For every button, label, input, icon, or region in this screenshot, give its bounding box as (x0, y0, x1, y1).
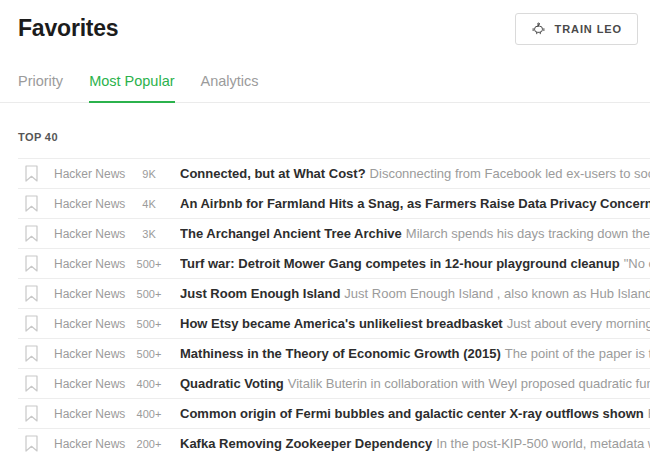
article-title-line[interactable]: How Etsy became America's unlikeliest br… (180, 309, 650, 339)
article-title-line[interactable]: Common origin of Fermi bubbles and galac… (180, 399, 650, 429)
page-header: Favorites TRAIN LEO (0, 0, 650, 45)
article-title[interactable]: An Airbnb for Farmland Hits a Snag, as F… (180, 196, 650, 211)
article-engagement-count: 400+ (128, 378, 170, 390)
article-engagement-count: 400+ (128, 408, 170, 420)
article-engagement-count: 200+ (128, 438, 170, 450)
article-summary: The point of the paper is that if we (505, 346, 650, 361)
article-summary: Just Room Enough Island , also known as … (344, 286, 650, 301)
tab-analytics[interactable]: Analytics (201, 73, 259, 103)
article-title-line[interactable]: Kafka Removing Zookeeper DependencyIn th… (180, 429, 650, 459)
bookmark-icon[interactable] (25, 315, 38, 332)
article-title[interactable]: Mathiness in the Theory of Economic Grow… (180, 346, 501, 361)
tab-most-popular[interactable]: Most Popular (89, 73, 174, 103)
bookmark-icon[interactable] (25, 345, 38, 362)
article-title[interactable]: Turf war: Detroit Mower Gang competes in… (180, 256, 620, 271)
article-row[interactable]: Hacker News 9K Connected, but at What Co… (18, 158, 650, 188)
page-title: Favorites (18, 13, 118, 43)
article-source: Hacker News (54, 407, 128, 421)
article-row[interactable]: Hacker News 4K An Airbnb for Farmland Hi… (18, 188, 650, 218)
tab-priority[interactable]: Priority (18, 73, 63, 103)
article-summary: Just about every morning since An (507, 316, 650, 331)
article-engagement-count: 500+ (128, 258, 170, 270)
article-title-line[interactable]: Turf war: Detroit Mower Gang competes in… (180, 249, 650, 279)
article-title[interactable]: Connected, but at What Cost? (180, 166, 366, 181)
bookmark-icon[interactable] (25, 375, 38, 392)
article-summary: Vitalik Buterin in collaboration with We… (288, 376, 650, 391)
article-engagement-count: 4K (128, 198, 170, 210)
bookmark-icon[interactable] (25, 195, 38, 212)
article-title[interactable]: How Etsy became America's unlikeliest br… (180, 316, 503, 331)
article-source: Hacker News (54, 287, 128, 301)
article-source: Hacker News (54, 317, 128, 331)
article-engagement-count: 500+ (128, 288, 170, 300)
article-title[interactable]: Kafka Removing Zookeeper Dependency (180, 436, 432, 451)
bookmark-icon[interactable] (25, 255, 38, 272)
article-engagement-count: 500+ (128, 318, 170, 330)
article-engagement-count: 3K (128, 228, 170, 240)
article-title-line[interactable]: The Archangel Ancient Tree ArchiveMilarc… (180, 219, 650, 249)
article-title-line[interactable]: Mathiness in the Theory of Economic Grow… (180, 339, 650, 369)
bookmark-icon[interactable] (25, 405, 38, 422)
article-source: Hacker News (54, 437, 128, 451)
train-leo-button[interactable]: TRAIN LEO (515, 13, 638, 45)
article-engagement-count: 500+ (128, 348, 170, 360)
article-engagement-count: 9K (128, 168, 170, 180)
article-row[interactable]: Hacker News 500+ Just Room Enough Island… (18, 278, 650, 308)
bookmark-icon[interactable] (25, 435, 38, 452)
article-title[interactable]: The Archangel Ancient Tree Archive (180, 226, 402, 241)
article-summary: Milarch spends his days tracking down th… (406, 226, 650, 241)
article-source: Hacker News (54, 197, 128, 211)
article-source: Hacker News (54, 377, 128, 391)
article-row[interactable]: Hacker News 500+ Mathiness in the Theory… (18, 338, 650, 368)
section-label: TOP 40 (18, 131, 632, 143)
bookmark-icon[interactable] (25, 285, 38, 302)
article-title[interactable]: Common origin of Fermi bubbles and galac… (180, 406, 644, 421)
article-title-line[interactable]: An Airbnb for Farmland Hits a Snag, as F… (180, 189, 650, 219)
article-list: Hacker News 9K Connected, but at What Co… (0, 158, 650, 458)
article-summary: Disconnecting from Facebook led ex-users… (370, 166, 650, 181)
article-summary: "No one owns (624, 256, 650, 271)
article-source: Hacker News (54, 227, 128, 241)
article-title-line[interactable]: Just Room Enough IslandJust Room Enough … (180, 279, 650, 309)
bookmark-icon[interactable] (25, 225, 38, 242)
article-source: Hacker News (54, 347, 128, 361)
article-summary: In the post-KIP-500 world, metadata will… (436, 436, 650, 451)
article-source: Hacker News (54, 257, 128, 271)
article-row[interactable]: Hacker News 500+ Turf war: Detroit Mower… (18, 248, 650, 278)
article-row[interactable]: Hacker News 400+ Quadratic VotingVitalik… (18, 368, 650, 398)
article-source: Hacker News (54, 167, 128, 181)
article-row[interactable]: Hacker News 200+ Kafka Removing Zookeepe… (18, 428, 650, 458)
leo-robot-icon (531, 22, 546, 37)
article-row[interactable]: Hacker News 400+ Common origin of Fermi … (18, 398, 650, 428)
article-title-line[interactable]: Quadratic VotingVitalik Buterin in colla… (180, 369, 650, 399)
article-row[interactable]: Hacker News 500+ How Etsy became America… (18, 308, 650, 338)
article-row[interactable]: Hacker News 3K The Archangel Ancient Tre… (18, 218, 650, 248)
article-title-line[interactable]: Connected, but at What Cost?Disconnectin… (180, 159, 650, 189)
article-title[interactable]: Quadratic Voting (180, 376, 284, 391)
tab-bar: Priority Most Popular Analytics (0, 73, 650, 103)
article-title[interactable]: Just Room Enough Island (180, 286, 340, 301)
bookmark-icon[interactable] (25, 165, 38, 182)
train-leo-button-label: TRAIN LEO (555, 23, 622, 35)
